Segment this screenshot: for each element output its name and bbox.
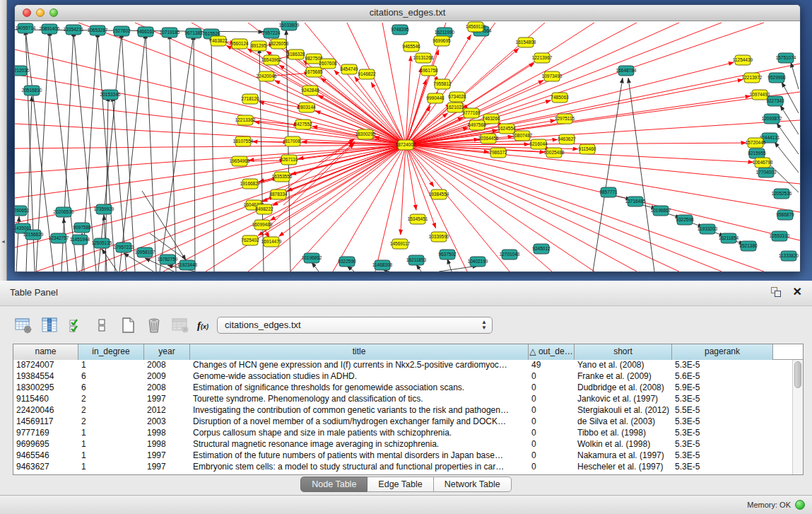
show-column-button[interactable] xyxy=(39,315,60,336)
column-header-in_degree[interactable]: in_degree xyxy=(78,344,144,360)
cell-in_degree[interactable]: 1 xyxy=(78,360,144,371)
cell-pagerank[interactable]: 5.6E-5 xyxy=(672,371,773,382)
cell-name[interactable]: 18300295 xyxy=(13,382,78,394)
cell-pagerank[interactable]: 5.9E-5 xyxy=(672,382,773,394)
graph-node-cited-paper[interactable]: 6734028 xyxy=(448,92,466,102)
graph-node-paper[interactable]: 9322598 xyxy=(676,215,694,225)
cell-title[interactable]: Investigating the contribution of common… xyxy=(190,405,529,416)
graph-node-cited-paper[interactable]: 12975115 xyxy=(555,114,575,124)
cell-in_degree[interactable]: 2 xyxy=(78,394,144,405)
graph-node-cited-paper[interactable]: 16353556 xyxy=(272,172,293,182)
graph-node-cited-paper[interactable]: 16154808 xyxy=(516,37,536,47)
new-table-button[interactable] xyxy=(117,315,139,336)
cell-out_degree[interactable]: 0 xyxy=(529,416,575,428)
graph-node-paper[interactable]: 9466161 xyxy=(136,27,155,37)
graph-node-paper[interactable]: 10553310 xyxy=(770,231,790,241)
cell-name[interactable]: 19384554 xyxy=(13,371,78,382)
scrollbar-thumb[interactable] xyxy=(794,361,801,388)
cell-short[interactable]: Jankovic et al. (1997) xyxy=(575,394,672,405)
graph-node-cited-paper[interactable]: 19384554 xyxy=(429,189,449,199)
graph-node-cited-paper[interactable]: 18226058 xyxy=(269,39,289,49)
cell-short[interactable]: Nakamura et al. (1997) xyxy=(575,450,672,462)
graph-node-paper[interactable]: 10719185 xyxy=(160,28,180,37)
graph-node-paper[interactable]: 9857771 xyxy=(599,187,618,197)
cell-pagerank[interactable]: 5.3E-5 xyxy=(672,428,773,439)
graph-node-cited-paper[interactable]: 2803144 xyxy=(298,103,316,112)
graph-node-cited-paper[interactable]: 22420046 xyxy=(257,71,277,81)
graph-node-cited-paper[interactable]: 8498222 xyxy=(255,204,273,214)
cell-in_degree[interactable]: 1 xyxy=(78,439,144,450)
graph-node-cited-paper[interactable]: 6216044 xyxy=(529,139,548,149)
column-header-out_degree[interactable]: △ out_de… xyxy=(529,344,575,360)
graph-node-cited-paper[interactable]: 1675685 xyxy=(305,67,323,77)
graph-node-cited-paper[interactable]: 817008 xyxy=(285,136,300,146)
graph-node-paper[interactable]: 13716485 xyxy=(625,197,646,206)
cell-title[interactable]: Changes of HCN gene expression and I(f) … xyxy=(190,360,529,371)
graph-node-cited-paper[interactable]: 9242848 xyxy=(301,86,319,95)
cell-year[interactable]: 2012 xyxy=(144,405,190,416)
graph-node-paper[interactable]: 12701048 xyxy=(500,250,520,259)
graph-node-paper[interactable]: 16782759 xyxy=(158,255,178,264)
graph-node-paper[interactable]: 10958107 xyxy=(135,247,155,257)
graph-node-cited-paper[interactable]: 7625402 xyxy=(241,235,259,245)
graph-node-cited-paper[interactable]: 14569118 xyxy=(466,22,486,32)
graph-node-cited-paper[interactable]: 1621022 xyxy=(446,103,464,112)
network-window-titlebar[interactable]: citations_edges.txt xyxy=(15,5,800,21)
cell-year[interactable]: 1997 xyxy=(144,462,190,473)
cell-in_degree[interactable]: 2 xyxy=(78,416,144,428)
graph-node-cited-paper[interactable]: 15720445 xyxy=(746,138,766,148)
graph-node-paper[interactable]: 20153346 xyxy=(100,90,121,100)
cell-pagerank[interactable]: 5.3E-5 xyxy=(672,450,773,462)
graph-node-cited-paper[interactable]: 18107554 xyxy=(233,136,254,146)
table-row[interactable]: 946554611997Estimation of the future num… xyxy=(13,450,803,462)
cell-in_degree[interactable]: 1 xyxy=(78,428,144,439)
function-builder-button[interactable]: f(x) xyxy=(197,320,208,332)
graph-node-cited-paper[interactable]: 16914479 xyxy=(261,237,282,247)
cell-out_degree[interactable]: 0 xyxy=(529,462,575,473)
graph-node-paper[interactable]: 7957224 xyxy=(262,28,281,38)
tab-edge-table[interactable]: Edge Table xyxy=(367,477,433,492)
collapse-panel-arrow[interactable]: ◄ xyxy=(1,239,6,244)
graph-node-paper[interactable]: 20891406 xyxy=(40,24,60,34)
graph-node-paper[interactable]: 1527602 xyxy=(112,26,131,36)
cell-short[interactable]: Franke et al. (2009) xyxy=(575,371,672,382)
graph-node-paper[interactable]: 20206536 xyxy=(54,207,74,217)
close-panel-icon[interactable]: ✕ xyxy=(793,285,802,299)
cell-pagerank[interactable]: 5.3E-5 xyxy=(672,416,773,428)
graph-node-paper[interactable]: 17957223 xyxy=(114,243,134,252)
graph-node-cited-paper[interactable]: 11254439 xyxy=(733,55,753,65)
graph-node-cited-paper[interactable]: 9115460 xyxy=(579,144,596,154)
graph-node-cited-paper[interactable]: 7463822 xyxy=(209,36,228,46)
graph-node-cited-paper[interactable]: 9465546 xyxy=(402,42,420,52)
cell-pagerank[interactable]: 5.3E-5 xyxy=(672,462,773,473)
cell-title[interactable]: Structural magnetic resonance image aver… xyxy=(190,439,529,450)
cell-in_degree[interactable]: 2 xyxy=(78,405,144,416)
table-row[interactable]: 977716911998Corpus callosum shape and si… xyxy=(13,428,803,439)
cell-in_degree[interactable]: 6 xyxy=(78,382,144,394)
cell-title[interactable]: Tourette syndrome. Phenomenology and cla… xyxy=(190,394,529,405)
cell-short[interactable]: Wolkin et al. (1998) xyxy=(575,439,672,450)
cell-name[interactable]: 22420046 xyxy=(13,405,78,416)
graph-node-cited-paper[interactable]: 10974493 xyxy=(750,90,770,100)
cell-year[interactable]: 1998 xyxy=(144,428,190,439)
cell-out_degree[interactable]: 0 xyxy=(529,382,575,394)
graph-node-paper[interactable]: 9227343 xyxy=(766,96,784,106)
graph-node-hub[interactable]: 18724007 xyxy=(396,140,416,150)
column-header-pagerank[interactable]: pagerank xyxy=(672,344,773,360)
cell-out_degree[interactable]: 0 xyxy=(529,394,575,405)
graph-node-cited-paper[interactable]: 8427552 xyxy=(294,119,312,129)
cell-pagerank[interactable]: 5.5E-5 xyxy=(672,405,773,416)
cell-out_degree[interactable]: 0 xyxy=(529,371,575,382)
graph-node-cited-paper[interactable]: 19654965 xyxy=(230,156,250,166)
graph-node-cited-paper[interactable]: 10973493 xyxy=(542,71,563,81)
cell-year[interactable]: 2008 xyxy=(144,382,190,394)
graph-node-cited-paper[interactable]: 12213362 xyxy=(235,115,256,125)
cell-short[interactable]: de Silva et al. (2003) xyxy=(575,416,672,428)
graph-node-paper[interactable]: 11468308 xyxy=(372,260,393,270)
select-columns-button[interactable] xyxy=(65,315,86,336)
graph-node-cited-paper[interactable]: 7986372 xyxy=(489,148,507,158)
cell-short[interactable]: Yano et al. (2008) xyxy=(575,360,672,371)
graph-node-paper[interactable]: 11933203 xyxy=(698,224,718,234)
graph-node-cited-paper[interactable]: 12213972 xyxy=(742,73,763,83)
row-height-button[interactable] xyxy=(91,315,112,336)
